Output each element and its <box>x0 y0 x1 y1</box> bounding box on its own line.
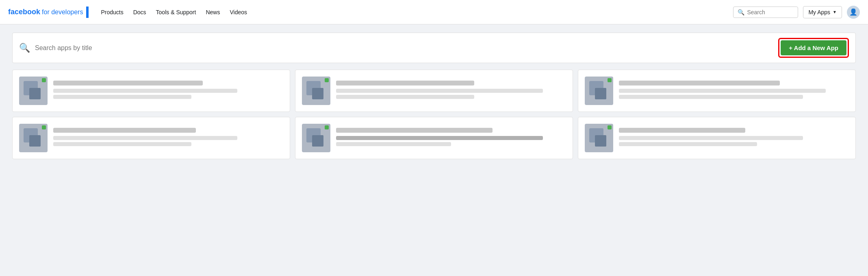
app-status-dot-6 <box>608 125 612 129</box>
chevron-down-icon: ▼ <box>833 10 837 14</box>
search-icon-main: 🔍 <box>19 43 30 53</box>
navbar: facebook for developers Products Docs To… <box>0 0 868 24</box>
facebook-text: facebook <box>8 8 40 16</box>
app-detail-blur-3a <box>619 89 826 93</box>
app-detail-blur-2a <box>336 89 543 93</box>
brand-blue-bar <box>86 7 89 18</box>
app-card-2[interactable] <box>295 70 573 112</box>
my-apps-button[interactable]: My Apps ▼ <box>803 6 842 18</box>
navbar-right: 🔍 My Apps ▼ 👤 <box>733 6 860 19</box>
app-name-blur-1 <box>53 81 203 85</box>
app-icon-4 <box>19 124 48 152</box>
avatar[interactable]: 👤 <box>847 6 860 19</box>
app-icon-2 <box>302 77 330 105</box>
app-card-4[interactable] <box>12 117 290 159</box>
for-developers-text: for developers <box>42 9 83 16</box>
app-info-6 <box>619 128 849 148</box>
app-icon-6 <box>585 124 613 152</box>
search-bar-row: 🔍 + Add a New App <box>12 33 856 63</box>
nav-videos[interactable]: Videos <box>230 9 247 15</box>
app-status-dot-4 <box>42 125 46 129</box>
app-info-3 <box>619 81 849 101</box>
app-detail-blur-4b <box>53 142 191 146</box>
add-new-app-button[interactable]: + Add a New App <box>781 40 846 55</box>
app-name-blur-2 <box>336 81 474 85</box>
app-info-2 <box>336 81 566 101</box>
app-detail-blur-1b <box>53 95 191 99</box>
app-card-5[interactable] <box>295 117 573 159</box>
app-info-1 <box>53 81 283 101</box>
app-card-3[interactable] <box>578 70 856 112</box>
nav-news[interactable]: News <box>206 9 220 15</box>
my-apps-label: My Apps <box>808 9 830 15</box>
app-status-dot-1 <box>42 78 46 82</box>
app-detail-blur-5b <box>336 142 451 146</box>
app-name-blur-6 <box>619 128 745 133</box>
app-card-6[interactable] <box>578 117 856 159</box>
brand-logo[interactable]: facebook for developers <box>8 7 89 18</box>
main-content: 🔍 + Add a New App <box>0 24 868 167</box>
app-detail-blur-6b <box>619 142 757 146</box>
app-icon-3 <box>585 77 613 105</box>
add-new-app-wrapper: + Add a New App <box>778 38 849 58</box>
app-icon-5 <box>302 124 330 152</box>
app-detail-blur-4a <box>53 136 237 140</box>
app-info-5 <box>336 128 566 148</box>
app-icon-1 <box>19 77 48 105</box>
app-card-1[interactable] <box>12 70 290 112</box>
app-detail-blur-5a <box>336 136 543 140</box>
app-status-dot-3 <box>608 78 612 82</box>
app-search-input[interactable] <box>35 44 778 52</box>
app-name-blur-5 <box>336 128 493 133</box>
nav-search-box[interactable]: 🔍 <box>733 7 798 18</box>
app-detail-blur-3b <box>619 95 803 99</box>
app-detail-blur-6a <box>619 136 803 140</box>
nav-products[interactable]: Products <box>101 9 123 15</box>
add-new-app-label: + Add a New App <box>789 44 838 51</box>
nav-search-icon: 🔍 <box>738 9 744 15</box>
app-info-4 <box>53 128 283 148</box>
app-detail-blur-1a <box>53 89 237 93</box>
app-status-dot-5 <box>325 125 329 129</box>
nav-search-input[interactable] <box>747 9 794 15</box>
nav-docs[interactable]: Docs <box>133 9 146 15</box>
main-nav: Products Docs Tools & Support News Video… <box>101 9 733 15</box>
app-detail-blur-2b <box>336 95 474 99</box>
app-status-dot-2 <box>325 78 329 82</box>
apps-grid <box>12 70 856 159</box>
app-name-blur-4 <box>53 128 196 133</box>
app-name-blur-3 <box>619 81 780 85</box>
nav-tools-support[interactable]: Tools & Support <box>156 9 196 15</box>
